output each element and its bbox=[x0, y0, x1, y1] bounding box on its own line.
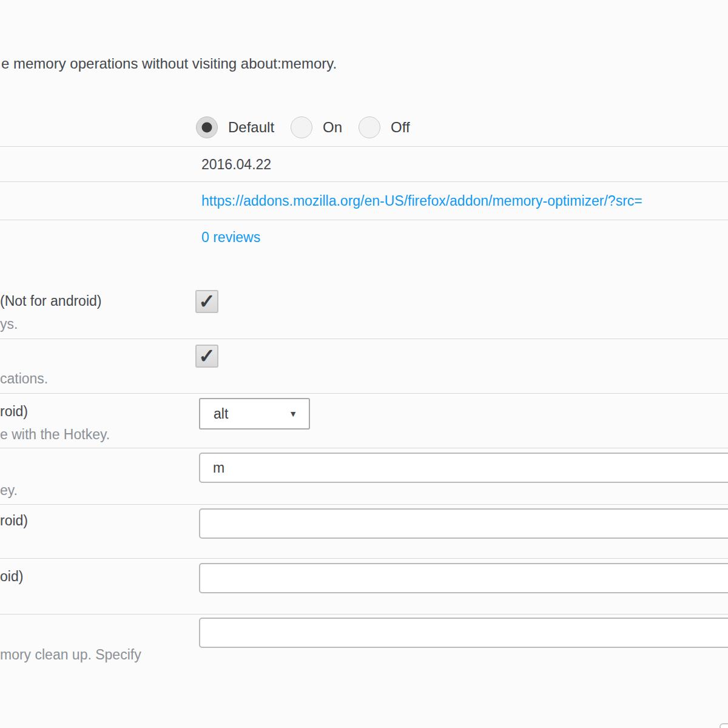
pref2-checkbox[interactable]: ✓ bbox=[195, 345, 218, 368]
checkmark-icon: ✓ bbox=[197, 346, 217, 366]
reviews-link[interactable]: 0 reviews bbox=[201, 229, 260, 246]
row-divider bbox=[0, 220, 728, 220]
row-divider bbox=[0, 614, 728, 615]
row-divider bbox=[0, 181, 728, 182]
row-divider bbox=[0, 146, 728, 147]
row-divider bbox=[0, 339, 728, 339]
checkmark-icon: ✓ bbox=[197, 291, 217, 312]
radio-on-label: On bbox=[323, 119, 342, 136]
addon-preferences-page: e memory operations without visiting abo… bbox=[0, 0, 728, 728]
row-divider bbox=[0, 393, 728, 394]
radio-default-icon[interactable] bbox=[196, 116, 218, 138]
pref1-help-text: ys. bbox=[0, 316, 18, 332]
hotkey-modifier-select[interactable]: alt ▼ bbox=[199, 398, 310, 430]
addon-description-text: e memory operations without visiting abo… bbox=[1, 55, 337, 72]
last-updated-value: 2016.04.22 bbox=[201, 157, 271, 173]
pref2-help-text: cations. bbox=[0, 371, 48, 387]
dropdown-arrow-icon: ▼ bbox=[289, 409, 309, 419]
radio-option-on[interactable]: On bbox=[291, 116, 342, 138]
pref4-help-text: ey. bbox=[0, 482, 18, 499]
homepage-link[interactable]: https://addons.mozilla.org/en-US/firefox… bbox=[201, 193, 642, 209]
row-divider bbox=[0, 448, 728, 448]
radio-default-label: Default bbox=[228, 119, 274, 136]
radio-dot-icon bbox=[202, 123, 212, 133]
pref7-text-input[interactable] bbox=[199, 618, 728, 648]
radio-off-icon[interactable] bbox=[359, 116, 380, 138]
pref7-help-text: mory clean up. Specify bbox=[0, 647, 141, 663]
pref3-label: roid) bbox=[0, 403, 28, 420]
select-selected-value: alt bbox=[200, 406, 289, 422]
partial-input-corner[interactable] bbox=[720, 723, 728, 728]
pref6-label: oid) bbox=[0, 568, 23, 585]
pref1-label: (Not for android) bbox=[0, 293, 101, 309]
radio-option-off[interactable]: Off bbox=[359, 116, 410, 138]
radio-on-icon[interactable] bbox=[291, 116, 312, 138]
pref1-checkbox[interactable]: ✓ bbox=[195, 290, 218, 313]
pref3-help-text: e with the Hotkey. bbox=[0, 426, 110, 443]
pref6-text-input[interactable] bbox=[199, 563, 728, 593]
enable-setting-radio-group: Default On Off bbox=[196, 116, 426, 138]
radio-off-label: Off bbox=[391, 119, 410, 136]
radio-option-default[interactable]: Default bbox=[196, 116, 274, 138]
hotkey-key-input[interactable] bbox=[199, 453, 728, 483]
pref5-label: roid) bbox=[0, 513, 28, 529]
pref5-text-input[interactable] bbox=[199, 508, 728, 539]
row-divider bbox=[0, 504, 728, 505]
row-divider bbox=[0, 558, 728, 559]
